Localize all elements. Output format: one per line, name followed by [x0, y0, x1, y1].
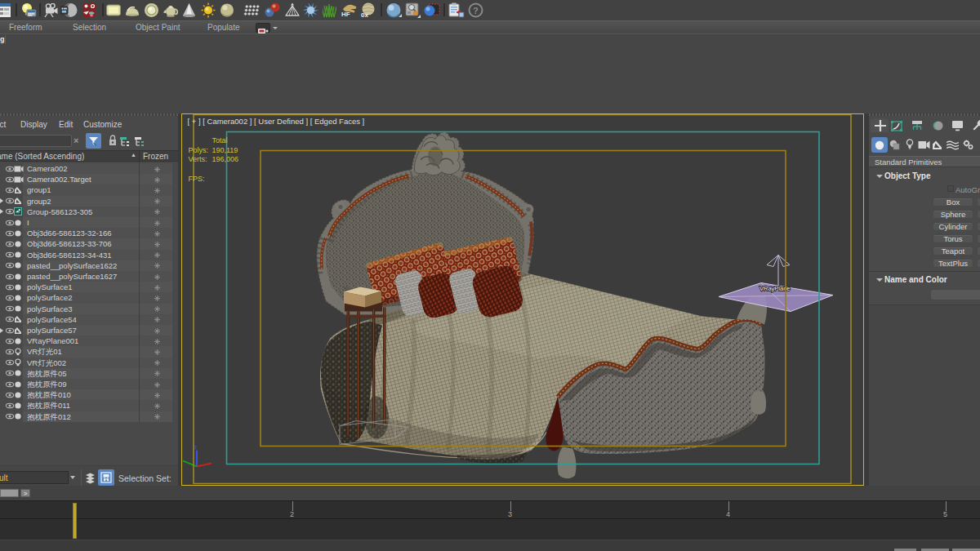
svg-text:z: z [194, 444, 197, 450]
svg-text:0x: 0x [361, 11, 368, 18]
svg-text:?: ? [473, 6, 479, 16]
svg-text:HF: HF [341, 11, 350, 18]
